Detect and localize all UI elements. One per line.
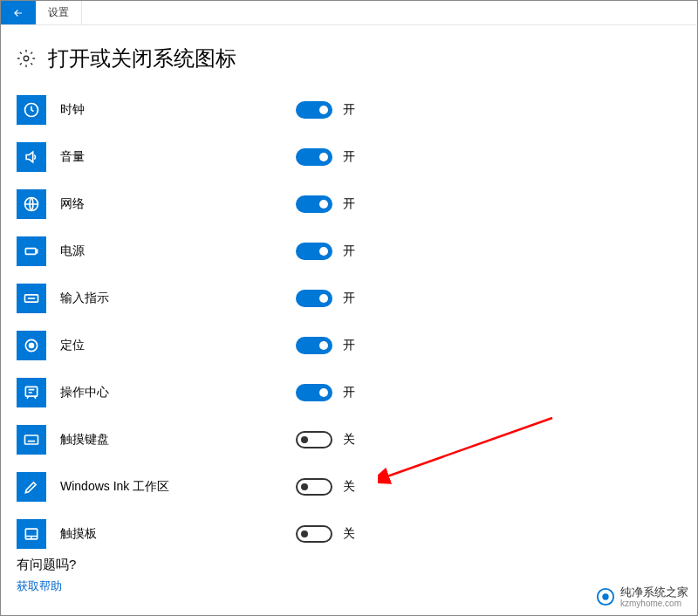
list-item: 时钟 开 (17, 86, 681, 133)
volume-icon (17, 142, 46, 172)
list-item: Windows Ink 工作区 关 (17, 463, 681, 510)
item-label: 操作中心 (60, 385, 296, 400)
page-title: 打开或关闭系统图标 (48, 44, 236, 72)
item-label: 时钟 (60, 102, 296, 118)
toggle-touch-keyboard[interactable] (296, 431, 332, 448)
touchpad-icon (17, 519, 46, 549)
action-center-icon (17, 378, 46, 407)
input-indicator-icon (17, 284, 46, 313)
tab-label: 设置 (48, 5, 69, 20)
toggle-location[interactable] (296, 337, 332, 354)
system-icons-list: 时钟 开 音量 开 网络 开 电源 开 输入指示 开 (1, 81, 697, 558)
state-label: 开 (343, 291, 355, 306)
item-label: 电源 (60, 243, 296, 259)
network-icon (17, 189, 46, 219)
state-label: 开 (343, 243, 355, 259)
toggle-windows-ink[interactable] (296, 478, 332, 496)
state-label: 开 (343, 338, 355, 353)
toggle-action-center[interactable] (296, 384, 332, 401)
toggle-input-indicator[interactable] (296, 290, 332, 307)
list-item: 输入指示 开 (17, 275, 681, 322)
toggle-network[interactable] (296, 195, 332, 213)
back-button[interactable] (1, 1, 36, 24)
power-icon (17, 236, 46, 266)
svg-point-6 (30, 344, 34, 348)
svg-rect-3 (25, 249, 36, 255)
state-label: 开 (343, 102, 355, 118)
toggle-touchpad[interactable] (296, 525, 332, 543)
toggle-volume[interactable] (296, 148, 332, 166)
state-label: 开 (343, 149, 355, 165)
gear-icon (17, 49, 36, 68)
item-label: 输入指示 (60, 291, 296, 306)
tab-settings[interactable]: 设置 (36, 1, 82, 24)
state-label: 关 (343, 432, 355, 448)
item-label: 网络 (60, 196, 296, 212)
list-item: 触摸键盘 关 (17, 416, 681, 463)
item-label: 定位 (60, 338, 296, 353)
state-label: 开 (343, 385, 355, 400)
clock-icon (17, 95, 46, 125)
state-label: 关 (343, 526, 355, 542)
toggle-clock[interactable] (296, 101, 332, 119)
toggle-power[interactable] (296, 243, 332, 260)
watermark: 纯净系统之家 kzmyhome.com (596, 586, 688, 608)
svg-rect-8 (25, 435, 38, 444)
item-label: Windows Ink 工作区 (60, 479, 296, 495)
help-link[interactable]: 获取帮助 (17, 578, 76, 594)
list-item: 网络 开 (17, 181, 681, 228)
list-item: 音量 开 (17, 133, 681, 181)
watermark-url: kzmyhome.com (620, 599, 688, 608)
location-icon (17, 331, 46, 360)
list-item: 定位 开 (17, 322, 681, 369)
watermark-icon (596, 587, 615, 606)
watermark-title: 纯净系统之家 (620, 586, 688, 599)
list-item: 操作中心 开 (17, 369, 681, 416)
svg-point-0 (24, 56, 29, 61)
windows-ink-icon (17, 472, 46, 502)
list-item: 触摸板 关 (17, 510, 681, 558)
state-label: 开 (343, 196, 355, 212)
touch-keyboard-icon (17, 425, 46, 455)
item-label: 触摸板 (60, 526, 296, 542)
item-label: 音量 (60, 149, 296, 165)
item-label: 触摸键盘 (60, 432, 296, 448)
svg-point-13 (602, 594, 608, 600)
list-item: 电源 开 (17, 228, 681, 275)
help-question: 有问题吗? (17, 557, 76, 573)
state-label: 关 (343, 479, 355, 495)
svg-rect-7 (25, 387, 37, 396)
